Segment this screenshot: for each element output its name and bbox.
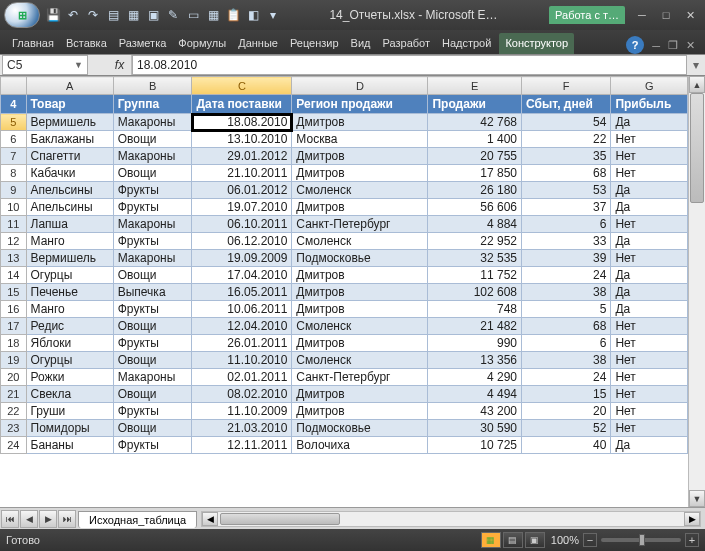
row-header[interactable]: 15 (1, 284, 27, 301)
cell[interactable]: Апельсины (26, 199, 113, 216)
qat-icon[interactable]: ▦ (204, 6, 222, 24)
zoom-slider[interactable] (601, 538, 681, 542)
cell[interactable]: Москва (292, 131, 428, 148)
cell[interactable]: Выпечка (113, 284, 192, 301)
cell[interactable]: Нет (611, 386, 688, 403)
cell[interactable]: Фрукты (113, 403, 192, 420)
fx-button[interactable]: fx (108, 55, 132, 75)
cell[interactable]: 15 (522, 386, 611, 403)
cell[interactable]: Баклажаны (26, 131, 113, 148)
cell[interactable]: Нет (611, 216, 688, 233)
expand-formula-bar-icon[interactable]: ▾ (687, 58, 705, 72)
cell[interactable]: 52 (522, 420, 611, 437)
cell[interactable]: 08.02.2010 (192, 386, 292, 403)
row-header[interactable]: 7 (1, 148, 27, 165)
cell[interactable]: Помидоры (26, 420, 113, 437)
qat-icon[interactable]: ▤ (104, 6, 122, 24)
table-header-cell[interactable]: Продажи (428, 95, 522, 114)
tab-nav-next-icon[interactable]: ▶ (39, 510, 57, 528)
cell[interactable]: 5 (522, 301, 611, 318)
cell[interactable]: Смоленск (292, 352, 428, 369)
ribbon-tab[interactable]: Данные (232, 33, 284, 54)
table-header-cell[interactable]: Регион продажи (292, 95, 428, 114)
cell[interactable]: 102 608 (428, 284, 522, 301)
cell[interactable]: 54 (522, 114, 611, 131)
row-header[interactable]: 13 (1, 250, 27, 267)
cell[interactable]: 16.05.2011 (192, 284, 292, 301)
cell[interactable]: Дмитров (292, 301, 428, 318)
cell[interactable]: 21.10.2011 (192, 165, 292, 182)
row-header[interactable]: 8 (1, 165, 27, 182)
cell[interactable]: Макароны (113, 148, 192, 165)
cell[interactable]: 21.03.2010 (192, 420, 292, 437)
row-header[interactable]: 19 (1, 352, 27, 369)
save-icon[interactable]: 💾 (44, 6, 62, 24)
cell[interactable]: 24 (522, 267, 611, 284)
cell[interactable]: Яблоки (26, 335, 113, 352)
ribbon-tab[interactable]: Надстрой (436, 33, 497, 54)
cell[interactable]: Вермишель (26, 250, 113, 267)
cell[interactable]: 35 (522, 148, 611, 165)
cell[interactable]: 18.08.2010 (192, 114, 292, 131)
row-header[interactable]: 17 (1, 318, 27, 335)
cell[interactable]: Дмитров (292, 386, 428, 403)
cell[interactable]: 06.01.2012 (192, 182, 292, 199)
cell[interactable]: 17.04.2010 (192, 267, 292, 284)
cell[interactable]: 06.12.2010 (192, 233, 292, 250)
cell[interactable]: 42 768 (428, 114, 522, 131)
row-header[interactable]: 18 (1, 335, 27, 352)
table-header-cell[interactable]: Сбыт, дней (522, 95, 611, 114)
cell[interactable]: Да (611, 233, 688, 250)
cell[interactable]: Дмитров (292, 284, 428, 301)
cell[interactable]: Огурцы (26, 267, 113, 284)
cell[interactable]: Макароны (113, 250, 192, 267)
cell[interactable]: 19.09.2009 (192, 250, 292, 267)
cell[interactable]: 33 (522, 233, 611, 250)
cell[interactable]: 10 725 (428, 437, 522, 454)
qat-more-icon[interactable]: ▾ (264, 6, 282, 24)
view-normal-icon[interactable]: ▦ (481, 532, 501, 548)
cell[interactable]: Фрукты (113, 199, 192, 216)
name-box[interactable]: C5 ▼ (2, 55, 88, 75)
cell[interactable]: 12.04.2010 (192, 318, 292, 335)
close-button[interactable]: ✕ (679, 7, 701, 23)
cell[interactable]: Да (611, 114, 688, 131)
maximize-button[interactable]: □ (655, 7, 677, 23)
cell[interactable]: Нет (611, 131, 688, 148)
cell[interactable]: Овощи (113, 131, 192, 148)
cell[interactable]: Нет (611, 318, 688, 335)
cell[interactable]: Печенье (26, 284, 113, 301)
cell[interactable]: Дмитров (292, 114, 428, 131)
cell[interactable]: 02.01.2011 (192, 369, 292, 386)
cell[interactable]: Дмитров (292, 148, 428, 165)
scroll-down-icon[interactable]: ▼ (689, 490, 705, 507)
cell[interactable]: Манго (26, 233, 113, 250)
cell[interactable]: Свекла (26, 386, 113, 403)
row-header[interactable]: 14 (1, 267, 27, 284)
cell[interactable]: Санкт-Петербург (292, 369, 428, 386)
ribbon-tab[interactable]: Вставка (60, 33, 113, 54)
cell[interactable]: Овощи (113, 386, 192, 403)
cell[interactable]: 990 (428, 335, 522, 352)
cell[interactable]: 748 (428, 301, 522, 318)
zoom-out-button[interactable]: − (583, 533, 597, 547)
qat-icon[interactable]: 📋 (224, 6, 242, 24)
redo-icon[interactable]: ↷ (84, 6, 102, 24)
help-button[interactable]: ? (626, 36, 644, 54)
table-header-cell[interactable]: Товар (26, 95, 113, 114)
scroll-thumb[interactable] (220, 513, 340, 525)
undo-icon[interactable]: ↶ (64, 6, 82, 24)
formula-input[interactable]: 18.08.2010 (132, 55, 687, 75)
view-layout-icon[interactable]: ▤ (503, 532, 523, 548)
cell[interactable]: 1 400 (428, 131, 522, 148)
table-header-cell[interactable]: Группа (113, 95, 192, 114)
cell[interactable]: Нет (611, 403, 688, 420)
cell[interactable]: 38 (522, 284, 611, 301)
cell[interactable]: Лапша (26, 216, 113, 233)
cell[interactable]: 4 884 (428, 216, 522, 233)
ribbon-tab-constructor[interactable]: Конструктор (499, 33, 574, 54)
row-header[interactable]: 4 (1, 95, 27, 114)
cell[interactable]: 6 (522, 216, 611, 233)
spreadsheet-grid[interactable]: ABCDEFG4ТоварГруппаДата поставкиРегион п… (0, 76, 688, 454)
cell[interactable]: Да (611, 182, 688, 199)
